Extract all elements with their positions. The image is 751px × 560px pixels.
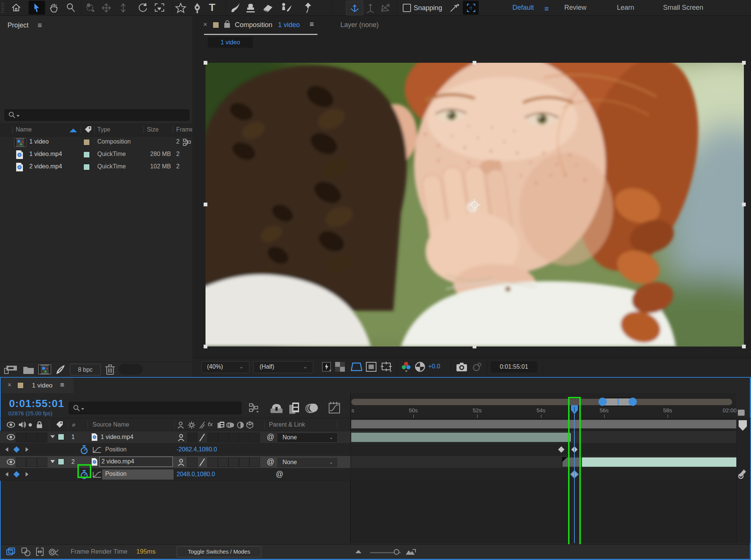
orbit-camera-tool-icon[interactable] bbox=[85, 3, 95, 13]
selection-tool-icon[interactable] bbox=[33, 3, 41, 13]
column-name[interactable]: Name bbox=[16, 126, 32, 133]
shy-column-icon[interactable] bbox=[177, 421, 184, 429]
time-navigator-bar[interactable] bbox=[602, 398, 632, 406]
workspace-tab-default[interactable]: Default bbox=[512, 4, 534, 12]
layer2-collapse-cell[interactable] bbox=[187, 457, 198, 467]
eye-column-icon[interactable] bbox=[7, 422, 15, 428]
layer1-parent-dropdown[interactable]: None ⌄ bbox=[277, 433, 338, 443]
expand-transfer-controls-icon[interactable] bbox=[21, 547, 31, 556]
dolly-camera-tool-icon[interactable] bbox=[119, 3, 127, 13]
region-of-interest-icon[interactable] bbox=[351, 362, 363, 372]
timeline-search-input[interactable] bbox=[69, 402, 242, 414]
label-color-swatch[interactable] bbox=[83, 164, 90, 170]
layer1-duration-bar[interactable] bbox=[351, 432, 571, 442]
anchor-point-icon[interactable] bbox=[468, 198, 481, 212]
hand-tool-icon[interactable] bbox=[49, 3, 59, 13]
render-time-snail-icon[interactable] bbox=[48, 547, 59, 556]
home-icon[interactable] bbox=[11, 3, 21, 12]
layer1-source-name[interactable]: 1 video.mp4 bbox=[101, 434, 133, 440]
layer2-label-swatch[interactable] bbox=[58, 459, 64, 465]
snapping-checkbox[interactable] bbox=[403, 4, 411, 12]
layer1-parent-pickwhip-icon[interactable]: @ bbox=[267, 433, 274, 441]
zoom-tool-icon[interactable] bbox=[66, 3, 76, 13]
frame-blend-column-icon[interactable] bbox=[217, 421, 225, 429]
grid-guides-icon[interactable] bbox=[381, 362, 393, 372]
layer1-3d-cell[interactable] bbox=[249, 433, 260, 442]
layer1-audio-cell[interactable] bbox=[16, 433, 26, 442]
solo-column-icon[interactable] bbox=[29, 423, 32, 427]
layer-handle[interactable] bbox=[204, 203, 207, 206]
rotate-tool-icon[interactable] bbox=[138, 3, 148, 13]
preview-time-display[interactable]: 0:01:55:01 bbox=[491, 361, 537, 372]
adjustment-layer-column-icon[interactable] bbox=[237, 421, 244, 429]
shape-tool-icon[interactable] bbox=[175, 3, 186, 13]
layer2-duration-bar[interactable] bbox=[582, 457, 739, 467]
layer-tab[interactable]: Layer (none) bbox=[340, 21, 379, 29]
layer-handle[interactable] bbox=[742, 61, 746, 65]
layer1-position-row[interactable] bbox=[0, 443, 351, 456]
type-tool-icon[interactable]: T bbox=[209, 2, 215, 14]
world-axis-mode-icon[interactable] bbox=[365, 3, 376, 13]
trash-icon[interactable] bbox=[105, 364, 115, 375]
zoom-in-mountain-icon[interactable] bbox=[405, 548, 416, 555]
local-axis-mode-icon[interactable] bbox=[349, 3, 360, 13]
3d-layer-column-icon[interactable] bbox=[246, 421, 254, 429]
layer1-collapse-cell[interactable] bbox=[187, 433, 198, 442]
comp-tab-label-swatch[interactable] bbox=[213, 22, 219, 28]
layer1-solo-cell[interactable] bbox=[26, 433, 37, 442]
layer2-parent-dropdown[interactable]: None ⌄ bbox=[277, 457, 338, 468]
layer2-lock-cell[interactable] bbox=[37, 457, 47, 467]
layer2-adjustment-cell[interactable] bbox=[239, 457, 249, 467]
new-folder-icon[interactable] bbox=[23, 365, 35, 374]
view-axis-mode-icon[interactable] bbox=[380, 3, 391, 13]
layer1-stopwatch-icon[interactable] bbox=[80, 445, 88, 454]
quality-column-icon[interactable] bbox=[199, 421, 205, 429]
project-row-composition[interactable]: 1 video Composition 2 bbox=[0, 136, 192, 148]
layer2-parent-pickwhip-icon[interactable]: @ bbox=[267, 457, 274, 466]
comp-tab-title[interactable]: Composition bbox=[235, 21, 272, 29]
layer1-label-swatch[interactable] bbox=[58, 434, 64, 440]
layer1-lock-cell[interactable] bbox=[37, 433, 47, 442]
pan-camera-tool-icon[interactable] bbox=[101, 3, 112, 13]
timeline-tab-close-icon[interactable]: × bbox=[8, 381, 12, 389]
composition-mini-flowchart-icon[interactable] bbox=[249, 403, 260, 413]
label-color-swatch[interactable] bbox=[83, 139, 90, 145]
frame-blending-icon[interactable] bbox=[289, 402, 301, 415]
fit-view-icon[interactable] bbox=[466, 3, 476, 13]
magnification-dropdown[interactable]: (40%) ⌄ bbox=[201, 361, 249, 373]
layer-handle[interactable] bbox=[473, 61, 476, 65]
navigator-end-handle[interactable] bbox=[629, 398, 637, 406]
draft-3d-icon[interactable] bbox=[270, 403, 283, 414]
layer1-prev-keyframe-icon[interactable] bbox=[5, 447, 8, 452]
puppet-pin-tool-icon[interactable] bbox=[303, 2, 313, 14]
column-size[interactable]: Size bbox=[147, 126, 159, 133]
graph-editor-icon[interactable] bbox=[328, 402, 341, 415]
clone-stamp-tool-icon[interactable] bbox=[245, 2, 256, 14]
layer2-prev-keyframe-icon[interactable] bbox=[5, 472, 8, 477]
workspace-tab-small-screen[interactable]: Small Screen bbox=[663, 4, 703, 12]
comp-breadcrumb-chip[interactable]: 1 video bbox=[208, 37, 253, 48]
layer2-quality-switch-icon[interactable] bbox=[199, 458, 205, 466]
toolbar-grip[interactable] bbox=[1, 2, 4, 14]
exposure-value[interactable]: +0.0 bbox=[428, 363, 440, 370]
color-depth-button[interactable]: 8 bpc bbox=[70, 364, 101, 375]
snap-along-edges-icon[interactable] bbox=[449, 3, 460, 13]
comp-marker-bin-button[interactable] bbox=[738, 410, 745, 416]
show-snapshot-icon[interactable] bbox=[471, 362, 483, 372]
layer2-visibility-eye-icon[interactable] bbox=[7, 459, 15, 465]
motion-blur-column-icon[interactable] bbox=[226, 421, 234, 429]
workspace-menu-icon[interactable]: ≡ bbox=[544, 5, 549, 13]
comp-tab-menu-icon[interactable]: ≡ bbox=[310, 20, 314, 29]
expand-layer-switches-icon[interactable] bbox=[6, 547, 16, 556]
audio-column-icon[interactable] bbox=[18, 421, 26, 428]
title-action-safe-icon[interactable] bbox=[366, 362, 377, 372]
lock-column-icon[interactable] bbox=[36, 421, 43, 428]
layer2-solo-cell[interactable] bbox=[26, 457, 37, 467]
interpret-footage-icon[interactable] bbox=[4, 365, 19, 375]
layer2-position-value[interactable]: 2048.0,1080.0 bbox=[177, 471, 215, 478]
layer-handle[interactable] bbox=[473, 345, 476, 348]
expand-inout-panes-icon[interactable] bbox=[35, 547, 44, 556]
layer1-fx-cell[interactable] bbox=[207, 433, 218, 442]
column-type[interactable]: Type bbox=[97, 126, 110, 133]
timeline-tab-menu-icon[interactable]: ≡ bbox=[60, 381, 64, 389]
